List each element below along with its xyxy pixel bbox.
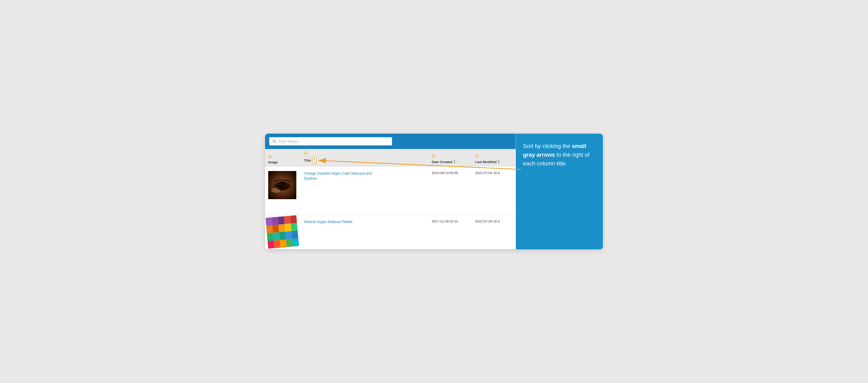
- palette-color-cell: [279, 232, 286, 240]
- sort-arrows-title[interactable]: ▲ ▼: [312, 157, 317, 164]
- product-image-palette: [266, 215, 299, 249]
- table-row: Vintage Inspired Vegan Cake Mascara and …: [265, 167, 516, 215]
- palette-color-cell: [278, 216, 285, 225]
- svg-point-3: [274, 181, 290, 190]
- palette-color-cell: [280, 239, 287, 247]
- palette-color-cell: [273, 232, 280, 240]
- col-header-last-modified: ⓘ Last Modified ▲ ▼: [472, 149, 516, 167]
- product-image-eye: [268, 171, 296, 199]
- palette-color-cell: [267, 233, 274, 241]
- cell-date-created-2: 2017-12-29 02:31: [429, 215, 472, 249]
- svg-point-0: [273, 140, 275, 142]
- col-header-title: ⓘ Title ▲ ▼: [301, 149, 429, 167]
- svg-point-5: [280, 183, 285, 188]
- product-title-link-2[interactable]: Natural Vegan Makeup Palette: [304, 220, 352, 224]
- sort-arrows-date-created[interactable]: ▲ ▼: [453, 159, 456, 164]
- tooltip-text: Sort by clicking the small gray arrows t…: [523, 142, 596, 168]
- product-title-1-text2: Eyeliner: [304, 176, 317, 180]
- cell-title-2: Natural Vegan Makeup Palette: [301, 215, 429, 249]
- palette-color-cell: [284, 224, 291, 232]
- col-date-created-inner: Date Created ▲ ▼: [432, 159, 469, 164]
- left-panel: ⓘ Image ⓘ Title ▲ ▼: [265, 134, 516, 249]
- help-icon-last-modified[interactable]: ⓘ: [475, 154, 513, 158]
- palette-color-cell: [292, 238, 299, 246]
- palette-color-cell: [284, 216, 291, 224]
- table-area: ⓘ Image ⓘ Title ▲ ▼: [265, 149, 516, 249]
- sort-down-date-icon: ▼: [453, 162, 456, 164]
- help-icon-image[interactable]: ⓘ: [268, 155, 298, 159]
- search-input-wrapper: [269, 137, 392, 145]
- col-label-date-created: Date Created: [432, 160, 452, 164]
- sort-up-icon: ▲: [313, 157, 315, 160]
- col-header-date-created: ⓘ Date Created ▲ ▼: [429, 149, 472, 167]
- cell-image-1: [265, 167, 301, 215]
- cell-title-1: Vintage Inspired Vegan Cake Mascara and …: [301, 167, 429, 215]
- product-title-1-text: Vintage Inspired Vegan Cake Mascara and: [304, 171, 372, 175]
- col-header-image: ⓘ Image: [265, 149, 301, 167]
- help-icon-title[interactable]: ⓘ: [304, 151, 426, 156]
- search-icon: [272, 139, 276, 143]
- palette-color-cell: [286, 239, 293, 247]
- right-panel: Sort by clicking the small gray arrows t…: [516, 134, 603, 249]
- col-title-inner: Title ▲ ▼: [304, 157, 426, 164]
- sort-down-icon: ▼: [313, 160, 315, 164]
- listings-table: ⓘ Image ⓘ Title ▲ ▼: [265, 149, 516, 249]
- palette-color-cell: [291, 231, 299, 239]
- table-row: Natural Vegan Makeup Palette 2017-12-29 …: [265, 215, 516, 249]
- svg-line-1: [275, 142, 276, 143]
- svg-point-6: [280, 184, 282, 185]
- svg-point-4: [278, 181, 287, 190]
- help-icon-date-created[interactable]: ⓘ: [432, 154, 469, 158]
- cell-image-2: [265, 215, 301, 249]
- table-body: Vintage Inspired Vegan Cake Mascara and …: [265, 167, 516, 249]
- palette-color-cell: [291, 223, 298, 231]
- palette-color-cell: [266, 217, 272, 226]
- main-container: ⓘ Image ⓘ Title ▲ ▼: [265, 134, 603, 249]
- cell-last-modified-1: 2022-07-04 16:4: [472, 167, 516, 215]
- palette-color-cell: [278, 224, 285, 232]
- search-bar: [265, 134, 516, 149]
- table-header-row: ⓘ Image ⓘ Title ▲ ▼: [265, 149, 516, 167]
- col-last-modified-inner: Last Modified ▲ ▼: [475, 159, 513, 164]
- palette-color-cell: [290, 215, 297, 224]
- palette-color-cell: [268, 240, 274, 248]
- product-title-link-1[interactable]: Vintage Inspired Vegan Cake Mascara and …: [304, 171, 372, 180]
- search-input[interactable]: [278, 139, 389, 143]
- svg-rect-2: [268, 171, 296, 199]
- svg-point-8: [276, 187, 278, 188]
- cell-last-modified-2: 2022-07-04 16:4: [472, 215, 516, 249]
- sort-down-modified-icon: ▼: [498, 162, 500, 164]
- sort-arrows-last-modified[interactable]: ▲ ▼: [498, 159, 500, 164]
- palette-color-cell: [272, 217, 279, 225]
- eye-svg: [268, 171, 296, 199]
- palette-color-cell: [266, 225, 273, 233]
- col-label-image: Image: [268, 160, 278, 164]
- svg-point-7: [271, 188, 280, 193]
- palette-color-cell: [285, 231, 292, 239]
- tooltip-line1: Sort by clicking the: [523, 143, 570, 149]
- cell-date-created-1: 2014-08-13 00:58: [429, 167, 472, 215]
- palette-color-cell: [272, 225, 279, 233]
- palette-color-cell: [274, 240, 280, 248]
- svg-point-9: [278, 186, 279, 187]
- col-label-last-modified: Last Modified: [475, 160, 497, 164]
- col-label-title: Title: [304, 158, 311, 162]
